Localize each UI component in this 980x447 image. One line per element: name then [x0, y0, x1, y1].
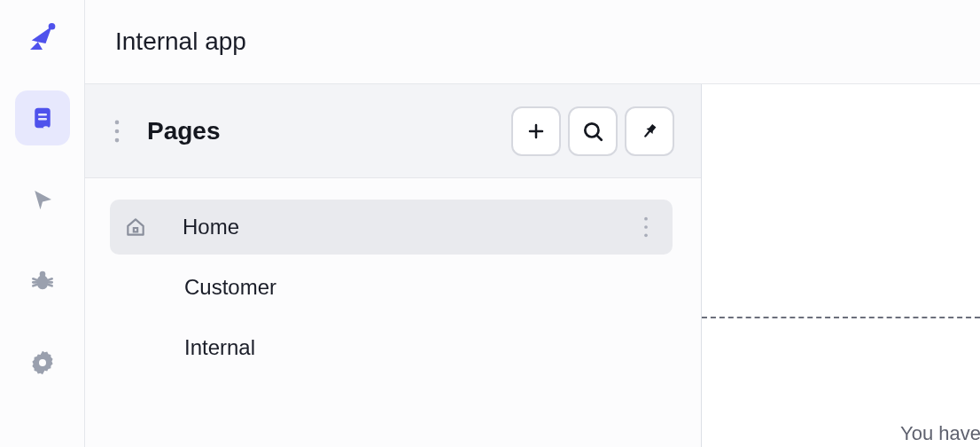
- canvas-dashed-divider: [702, 317, 980, 318]
- svg-line-7: [48, 278, 51, 279]
- search-icon: [581, 120, 604, 143]
- page-item-home[interactable]: Home: [110, 200, 673, 255]
- canvas-area[interactable]: You haven't added: [702, 84, 980, 447]
- svg-line-8: [33, 285, 36, 286]
- plus-icon: [525, 121, 547, 142]
- app-title: Internal app: [115, 27, 246, 56]
- drag-handle-icon[interactable]: [106, 114, 128, 149]
- svg-line-19: [596, 135, 601, 139]
- svg-line-20: [645, 131, 649, 137]
- svg-point-23: [644, 225, 648, 229]
- home-icon: [124, 216, 149, 239]
- icon-rail: [0, 0, 85, 447]
- svg-point-4: [36, 275, 48, 289]
- add-page-button[interactable]: [511, 106, 561, 156]
- page-item-customer[interactable]: Customer: [110, 260, 673, 315]
- svg-point-15: [115, 137, 120, 142]
- pin-panel-button[interactable]: [625, 106, 674, 156]
- search-pages-button[interactable]: [568, 106, 618, 156]
- svg-point-24: [644, 233, 648, 237]
- rail-debug-icon[interactable]: [15, 254, 70, 309]
- svg-point-13: [115, 120, 120, 124]
- rail-pages-icon[interactable]: [15, 90, 70, 145]
- svg-line-9: [48, 285, 51, 286]
- topbar: Internal app: [85, 0, 980, 84]
- svg-point-12: [39, 359, 46, 366]
- svg-rect-21: [134, 228, 137, 231]
- app-logo-icon: [21, 16, 64, 59]
- pages-panel-header: Pages: [85, 84, 701, 178]
- svg-line-6: [33, 278, 36, 279]
- svg-point-22: [644, 217, 648, 221]
- pin-icon: [640, 122, 659, 141]
- pages-list: Home Customer: [85, 178, 701, 375]
- page-item-label: Customer: [184, 275, 276, 300]
- svg-point-0: [48, 23, 55, 30]
- rail-settings-icon[interactable]: [15, 335, 70, 390]
- pages-panel: Pages: [85, 84, 702, 447]
- svg-point-14: [115, 129, 120, 133]
- page-item-label: Home: [183, 215, 239, 239]
- rail-cursor-icon[interactable]: [15, 172, 70, 227]
- pages-panel-title: Pages: [147, 117, 221, 145]
- page-item-label: Internal: [184, 335, 255, 360]
- page-item-more-icon[interactable]: [635, 209, 657, 245]
- page-item-internal[interactable]: Internal: [110, 320, 673, 375]
- canvas-empty-hint: You haven't added: [900, 422, 980, 445]
- svg-point-5: [39, 271, 45, 278]
